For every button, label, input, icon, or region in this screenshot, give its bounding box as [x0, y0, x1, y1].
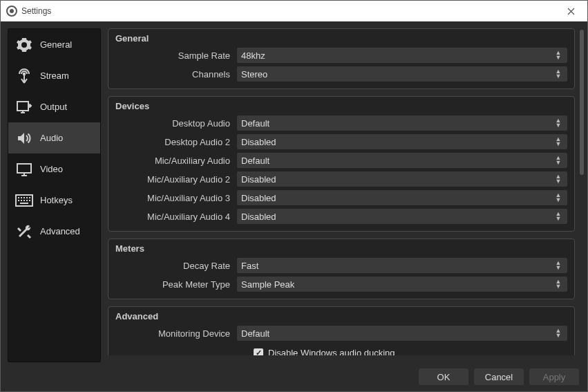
- sidebar-item-label: Output: [40, 102, 67, 112]
- cancel-button[interactable]: Cancel: [474, 368, 524, 385]
- combo-value: Disabled: [241, 174, 553, 185]
- sidebar-item-hotkeys[interactable]: Hotkeys: [8, 185, 100, 216]
- group-general: General Sample Rate 48khz ▲▼ Channels St: [108, 28, 575, 89]
- sidebar-item-advanced[interactable]: Advanced: [8, 216, 100, 247]
- label-desktop-audio: Desktop Audio: [115, 118, 237, 129]
- row-channels: Channels Stereo ▲▼: [115, 66, 567, 82]
- app-body: General Stream Output: [1, 21, 587, 391]
- chevron-updown-icon: ▲▼: [553, 137, 563, 147]
- chevron-updown-icon: ▲▼: [553, 212, 563, 221]
- label-mic-aux-3: Mic/Auxiliary Audio 3: [115, 193, 237, 203]
- combo-mic-aux-2[interactable]: Disabled ▲▼: [237, 171, 567, 187]
- row-monitoring-device: Monitoring Device Default ▲▼: [115, 326, 567, 341]
- scrollbar[interactable]: [579, 28, 585, 362]
- keyboard-icon: [15, 192, 33, 209]
- sidebar-item-label: Stream: [40, 71, 69, 81]
- combo-value: 48khz: [241, 50, 553, 61]
- chevron-updown-icon: ▲▼: [553, 261, 563, 270]
- window-title: Settings: [21, 6, 556, 16]
- monitor-icon: [15, 160, 33, 178]
- main-row: General Stream Output: [1, 21, 587, 362]
- svg-rect-5: [21, 197, 22, 198]
- sidebar-item-label: Audio: [40, 133, 63, 143]
- svg-rect-13: [29, 200, 30, 201]
- combo-mic-aux[interactable]: Default ▲▼: [237, 153, 567, 168]
- combo-monitoring-device[interactable]: Default ▲▼: [237, 326, 567, 341]
- svg-rect-12: [26, 200, 28, 201]
- close-button[interactable]: [556, 1, 586, 21]
- combo-value: Disabled: [241, 137, 553, 147]
- row-desktop-audio-2: Desktop Audio 2 Disabled ▲▼: [115, 134, 567, 149]
- row-desktop-audio: Desktop Audio Default ▲▼: [115, 115, 567, 131]
- row-disable-ducking: ✓ Disable Windows audio ducking: [115, 348, 567, 355]
- sidebar-item-label: Advanced: [40, 226, 80, 236]
- apply-button[interactable]: Apply: [529, 368, 579, 385]
- combo-mic-aux-4[interactable]: Disabled ▲▼: [237, 209, 567, 224]
- combo-value: Stereo: [241, 69, 553, 80]
- sidebar-item-stream[interactable]: Stream: [8, 60, 100, 91]
- row-sample-rate: Sample Rate 48khz ▲▼: [115, 48, 567, 63]
- sidebar-item-general[interactable]: General: [8, 29, 100, 60]
- row-mic-aux: Mic/Auxiliary Audio Default ▲▼: [115, 153, 567, 168]
- combo-channels[interactable]: Stereo ▲▼: [237, 66, 567, 82]
- label-mic-aux-4: Mic/Auxiliary Audio 4: [115, 212, 237, 222]
- checkbox-disable-ducking[interactable]: ✓: [254, 348, 263, 356]
- group-title: Advanced: [115, 311, 567, 321]
- combo-desktop-audio[interactable]: Default ▲▼: [237, 115, 567, 131]
- group-advanced: Advanced Monitoring Device Default ▲▼ ✓ …: [108, 306, 575, 355]
- combo-peak-meter-type[interactable]: Sample Peak ▲▼: [237, 277, 567, 292]
- label-disable-ducking: Disable Windows audio ducking: [268, 348, 395, 355]
- combo-mic-aux-3[interactable]: Disabled ▲▼: [237, 190, 567, 205]
- gear-icon: [15, 36, 33, 54]
- svg-rect-10: [21, 200, 22, 201]
- chevron-updown-icon: ▲▼: [553, 279, 563, 289]
- ok-button[interactable]: OK: [419, 368, 468, 385]
- content-wrap: General Sample Rate 48khz ▲▼ Channels St: [108, 28, 585, 362]
- label-peak-meter-type: Peak Meter Type: [115, 279, 237, 290]
- combo-value: Fast: [241, 261, 553, 271]
- label-mic-aux: Mic/Auxiliary Audio: [115, 156, 237, 166]
- chevron-updown-icon: ▲▼: [553, 328, 563, 338]
- group-devices: Devices Desktop Audio Default ▲▼ Desktop…: [108, 96, 575, 232]
- app-icon: [6, 6, 17, 17]
- row-mic-aux-3: Mic/Auxiliary Audio 3 Disabled ▲▼: [115, 190, 567, 205]
- combo-decay-rate[interactable]: Fast ▲▼: [237, 258, 567, 273]
- sidebar-item-video[interactable]: Video: [8, 153, 100, 185]
- combo-sample-rate[interactable]: 48khz ▲▼: [237, 48, 567, 63]
- row-peak-meter-type: Peak Meter Type Sample Peak ▲▼: [115, 277, 567, 292]
- tools-icon: [15, 223, 33, 241]
- chevron-updown-icon: ▲▼: [553, 118, 563, 128]
- label-desktop-audio-2: Desktop Audio 2: [115, 137, 237, 147]
- group-meters: Meters Decay Rate Fast ▲▼ Peak Meter Typ…: [108, 239, 575, 299]
- antenna-icon: [15, 67, 33, 85]
- settings-window: Settings General Stream: [0, 0, 588, 392]
- svg-rect-9: [18, 200, 19, 201]
- sidebar-item-label: Hotkeys: [40, 195, 73, 205]
- group-title: General: [115, 33, 567, 44]
- svg-point-0: [23, 73, 26, 75]
- sidebar-item-label: General: [40, 39, 72, 50]
- sidebar-item-audio[interactable]: Audio: [8, 122, 100, 153]
- row-mic-aux-4: Mic/Auxiliary Audio 4 Disabled ▲▼: [115, 209, 567, 224]
- svg-rect-8: [29, 197, 30, 198]
- sidebar: General Stream Output: [8, 28, 101, 362]
- combo-value: Disabled: [241, 193, 553, 203]
- group-title: Meters: [115, 243, 567, 254]
- label-decay-rate: Decay Rate: [115, 261, 237, 271]
- combo-value: Default: [241, 156, 553, 166]
- combo-value: Default: [241, 328, 553, 339]
- combo-value: Default: [241, 118, 553, 129]
- svg-rect-14: [20, 203, 28, 204]
- chevron-updown-icon: ▲▼: [553, 193, 563, 203]
- svg-rect-4: [18, 197, 19, 198]
- footer: OK Cancel Apply: [1, 362, 587, 391]
- sidebar-item-output[interactable]: Output: [8, 91, 100, 122]
- chevron-updown-icon: ▲▼: [553, 156, 563, 165]
- svg-rect-1: [17, 102, 28, 111]
- svg-rect-7: [26, 197, 28, 198]
- label-mic-aux-2: Mic/Auxiliary Audio 2: [115, 174, 237, 185]
- speaker-icon: [15, 129, 33, 147]
- combo-desktop-audio-2[interactable]: Disabled ▲▼: [237, 134, 567, 149]
- scrollbar-thumb[interactable]: [580, 30, 584, 175]
- svg-rect-11: [23, 200, 25, 201]
